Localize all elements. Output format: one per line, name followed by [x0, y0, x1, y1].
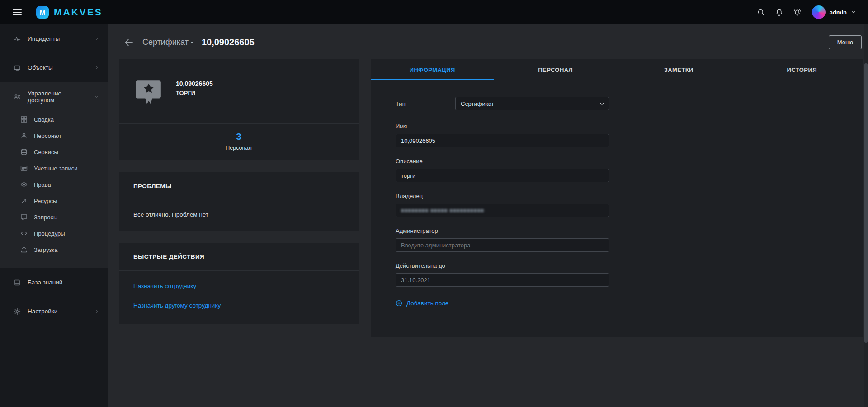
add-field-link[interactable]: Добавить поле [396, 300, 448, 307]
page-title-prefix: Сертификат - [142, 38, 193, 47]
menu-button[interactable]: Меню [829, 35, 862, 49]
makves-logo[interactable]: M MAKVES [36, 6, 103, 19]
sidebar-subitem-requests[interactable]: Запросы [0, 209, 108, 225]
objects-icon [14, 64, 21, 71]
plus-circle-icon [396, 300, 402, 307]
tab-history[interactable]: ИСТОРИЯ [741, 59, 864, 80]
tab-information[interactable]: ИНФОРМАЦИЯ [371, 59, 494, 80]
name-input[interactable] [396, 134, 609, 147]
chevron-right-icon [94, 36, 99, 42]
field-owner: Владелец ■■■■■■■■ ■■■■■ ■■■■■■■■■■ [396, 193, 863, 217]
valid-until-label: Действительна до [396, 262, 863, 269]
details-panel: ИНФОРМАЦИЯ ПЕРСОНАЛ ЗАМЕТКИ ИСТОРИЯ Тип … [371, 59, 863, 337]
administrator-input[interactable] [396, 238, 609, 252]
field-name: Имя [396, 123, 863, 147]
sidebar-item-label: База знаний [28, 279, 62, 286]
bell-ring-icon [793, 9, 801, 16]
owner-value-redacted: ■■■■■■■■ ■■■■■ ■■■■■■■■■■ [401, 208, 484, 213]
certificate-subtitle: ТОРГИ [176, 90, 213, 96]
sidebar-subitem-upload[interactable]: Загрузка [0, 241, 108, 258]
sidebar-subitem-accounts[interactable]: Учетные записи [0, 160, 108, 176]
notifications-button[interactable] [772, 5, 787, 19]
sidebar-subitem-label: Процедуры [34, 230, 65, 237]
personnel-count-label: Персонал [119, 145, 359, 151]
settings-gear-icon [14, 308, 21, 315]
sidebar-subitem-resources[interactable]: Ресурсы [0, 193, 108, 209]
search-icon [757, 9, 765, 16]
sidebar-subitem-label: Сервисы [34, 149, 58, 156]
sidebar-group-access-management: Управление доступом Сводка Персонал Серв… [0, 82, 108, 268]
bell-icon [775, 9, 783, 16]
field-valid-until: Действительна до [396, 262, 863, 287]
sidebar-item-incidents[interactable]: Инциденты [0, 24, 108, 53]
chevron-right-icon [94, 65, 99, 71]
chevron-right-icon [94, 309, 99, 314]
alerts-button[interactable] [790, 5, 805, 19]
topbar-actions: admin [754, 5, 856, 19]
left-column: 10,09026605 ТОРГИ 3 Персонал ПРОБЛЕМЫ [119, 59, 359, 324]
description-input[interactable] [396, 169, 609, 182]
search-button[interactable] [754, 5, 769, 19]
sidebar-subitem-rights[interactable]: Права [0, 176, 108, 193]
upload-icon [20, 246, 28, 253]
main-content: Сертификат - 10,09026605 Меню [108, 24, 868, 407]
hamburger-menu-button[interactable] [10, 6, 24, 18]
arrow-left-icon [123, 37, 134, 48]
valid-until-input[interactable] [396, 273, 609, 287]
problems-message: Все отлично. Проблем нет [119, 200, 359, 231]
owner-label: Владелец [396, 193, 863, 199]
sidebar-item-settings[interactable]: Настройки [0, 297, 108, 326]
owner-input[interactable]: ■■■■■■■■ ■■■■■ ■■■■■■■■■■ [396, 204, 609, 217]
problems-card-title: ПРОБЛЕМЫ [119, 172, 359, 200]
assign-employee-link[interactable]: Назначить сотруднику [133, 283, 344, 289]
resources-icon [20, 197, 28, 204]
sidebar-item-access-management[interactable]: Управление доступом [0, 82, 108, 111]
sidebar-subitem-label: Загрузка [34, 246, 58, 253]
vertical-scrollbar[interactable] [864, 24, 868, 407]
hamburger-icon [13, 9, 22, 10]
sidebar-item-label: Инциденты [28, 35, 60, 42]
sidebar-subitem-label: Персонал [34, 133, 61, 139]
makves-logo-text: MAKVES [54, 7, 103, 18]
rights-icon [20, 181, 28, 188]
quick-actions-body: Назначить сотруднику Назначить другому с… [119, 271, 359, 324]
sidebar-item-knowledge-base[interactable]: База знаний [0, 268, 108, 297]
quick-actions-card: БЫСТРЫЕ ДЕЙСТВИЯ Назначить сотруднику На… [119, 243, 359, 324]
sidebar-subitem-procedures[interactable]: Процедуры [0, 225, 108, 241]
sidebar-subitem-services[interactable]: Сервисы [0, 144, 108, 160]
makves-logo-icon: M [36, 6, 49, 19]
type-label: Тип [396, 100, 455, 107]
tab-notes[interactable]: ЗАМЕТКИ [617, 59, 741, 80]
administrator-label: Администратор [396, 227, 863, 234]
field-type: Тип Сертификат [396, 97, 863, 110]
sidebar-subitem-label: Запросы [34, 214, 57, 221]
requests-icon [20, 213, 28, 221]
accounts-icon [20, 165, 28, 172]
certificate-head: 10,09026605 ТОРГИ [119, 59, 359, 123]
personnel-count-link[interactable]: 3 Персонал [119, 124, 359, 160]
access-management-icon [14, 93, 21, 100]
tab-personnel[interactable]: ПЕРСОНАЛ [494, 59, 618, 80]
scrollbar-thumb[interactable] [864, 63, 868, 343]
topbar: M MAKVES admin [0, 0, 868, 24]
problems-card: ПРОБЛЕМЫ Все отлично. Проблем нет [119, 172, 359, 231]
sidebar-subitem-label: Учетные записи [34, 165, 77, 172]
sidebar-subitem-label: Права [34, 181, 51, 188]
sidebar-item-label: Управление доступом [28, 90, 87, 104]
field-administrator: Администратор [396, 227, 863, 252]
personnel-count: 3 [119, 131, 359, 142]
avatar [812, 5, 826, 19]
certificate-award-icon [133, 76, 163, 106]
certificate-summary-card: 10,09026605 ТОРГИ 3 Персонал [119, 59, 359, 160]
chevron-down-icon [94, 94, 99, 99]
sidebar-subitem-personnel[interactable]: Персонал [0, 128, 108, 144]
person-icon [20, 132, 28, 139]
user-menu[interactable]: admin [812, 5, 856, 19]
sidebar-subitem-summary[interactable]: Сводка [0, 111, 108, 128]
assign-other-employee-link[interactable]: Назначить другому сотруднику [133, 302, 344, 309]
sidebar-item-objects[interactable]: Объекты [0, 53, 108, 82]
type-select[interactable]: Сертификат [455, 97, 609, 110]
sidebar-subitem-label: Ресурсы [34, 198, 57, 204]
sidebar: Инциденты Объекты Управление доступом Св… [0, 24, 108, 407]
back-button[interactable] [123, 37, 134, 48]
